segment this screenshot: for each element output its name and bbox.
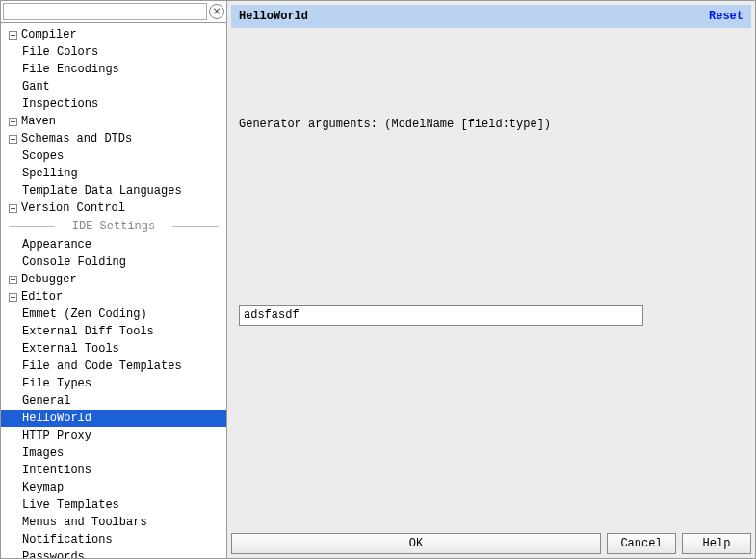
expand-icon[interactable]	[9, 135, 17, 144]
section-header: IDE Settings	[1, 217, 226, 236]
tree-item[interactable]: File Colors	[1, 43, 226, 61]
tree-item[interactable]: General	[1, 392, 226, 410]
tree-item-label: Live Templates	[22, 498, 119, 512]
tree-item-label: File Encodings	[22, 63, 119, 76]
tree-item-label: Version Control	[21, 201, 125, 215]
tree-item[interactable]: Notifications	[1, 531, 226, 548]
tree-item-label: Template Data Languages	[22, 184, 182, 198]
tree-item-label: Editor	[21, 290, 63, 304]
tree-item-label: HTTP Proxy	[22, 429, 91, 442]
clear-search-icon[interactable]	[209, 4, 224, 19]
tree-item-label: Maven	[21, 115, 56, 128]
tree-item[interactable]: Passwords	[1, 548, 226, 558]
search-row	[1, 1, 226, 23]
tree-item-label: File and Code Templates	[22, 359, 182, 373]
tree-item[interactable]: Version Control	[1, 200, 226, 217]
tree-item-label: External Diff Tools	[22, 325, 154, 338]
generator-args-input[interactable]	[239, 305, 643, 326]
tree-item-label: Notifications	[22, 533, 113, 546]
tree-item[interactable]: Live Templates	[1, 496, 226, 514]
tree-item[interactable]: Intentions	[1, 462, 226, 479]
tree-item[interactable]: File and Code Templates	[1, 358, 226, 375]
content-area: Generator arguments: (ModelName [field:t…	[231, 28, 751, 529]
tree-item[interactable]: Scopes	[1, 147, 226, 165]
tree-item-label: Gant	[22, 80, 50, 93]
dialog-buttons: OK Cancel Help	[231, 529, 751, 554]
tree-item[interactable]: Editor	[1, 288, 226, 306]
tree-item-label: Compiler	[21, 28, 77, 41]
tree-item[interactable]: HelloWorld	[1, 410, 226, 427]
tree-item[interactable]: Compiler	[1, 26, 226, 43]
tree-item-label: File Types	[22, 377, 91, 390]
tree-item[interactable]: Keymap	[1, 479, 226, 496]
generator-args-label: Generator arguments: (ModelName [field:t…	[239, 118, 743, 131]
tree-item-label: External Tools	[22, 342, 119, 356]
tree-item-label: Passwords	[22, 550, 85, 558]
settings-detail-panel: HelloWorld Reset Generator arguments: (M…	[227, 1, 755, 558]
tree-item[interactable]: Template Data Languages	[1, 182, 226, 200]
tree-item[interactable]: Menus and Toolbars	[1, 514, 226, 531]
search-input[interactable]	[3, 3, 207, 20]
tree-item[interactable]: Gant	[1, 78, 226, 95]
tree-item[interactable]: HTTP Proxy	[1, 427, 226, 444]
settings-tree[interactable]: CompilerFile ColorsFile EncodingsGantIns…	[1, 23, 226, 558]
panel-title: HelloWorld	[239, 10, 308, 23]
tree-item[interactable]: Schemas and DTDs	[1, 130, 226, 147]
tree-item-label: Menus and Toolbars	[22, 516, 147, 529]
tree-item[interactable]: Console Folding	[1, 253, 226, 271]
tree-item[interactable]: Images	[1, 444, 226, 462]
tree-item-label: Debugger	[21, 273, 77, 286]
tree-item[interactable]: Spelling	[1, 165, 226, 182]
tree-item-label: Inspections	[22, 97, 98, 111]
tree-item[interactable]: File Types	[1, 375, 226, 392]
ok-button[interactable]: OK	[231, 533, 601, 554]
tree-item-label: Intentions	[22, 464, 91, 477]
expand-icon[interactable]	[9, 204, 17, 213]
tree-item-label: Schemas and DTDs	[21, 132, 132, 146]
tree-item[interactable]: Maven	[1, 113, 226, 130]
panel-header: HelloWorld Reset	[231, 5, 751, 28]
tree-item-label: Images	[22, 446, 64, 460]
tree-item-label: Spelling	[22, 167, 78, 180]
expand-icon[interactable]	[9, 118, 17, 126]
tree-item-label: Emmet (Zen Coding)	[22, 307, 147, 321]
tree-item-label: Keymap	[22, 481, 64, 494]
tree-item[interactable]: Emmet (Zen Coding)	[1, 306, 226, 323]
expand-icon[interactable]	[9, 31, 17, 40]
tree-item-label: HelloWorld	[22, 412, 91, 425]
tree-item-label: Appearance	[22, 238, 91, 252]
tree-item[interactable]: Inspections	[1, 95, 226, 113]
expand-icon[interactable]	[9, 276, 17, 284]
tree-item[interactable]: File Encodings	[1, 61, 226, 78]
tree-item[interactable]: External Tools	[1, 340, 226, 358]
help-button[interactable]: Help	[682, 533, 751, 554]
tree-item-label: Console Folding	[22, 255, 126, 269]
tree-item[interactable]: Appearance	[1, 236, 226, 253]
expand-icon[interactable]	[9, 293, 17, 302]
reset-link[interactable]: Reset	[709, 10, 743, 23]
settings-sidebar: CompilerFile ColorsFile EncodingsGantIns…	[1, 1, 227, 558]
tree-item[interactable]: Debugger	[1, 271, 226, 288]
tree-item-label: General	[22, 394, 70, 408]
cancel-button[interactable]: Cancel	[607, 533, 676, 554]
tree-item-label: Scopes	[22, 149, 64, 163]
tree-item-label: File Colors	[22, 45, 98, 59]
tree-item[interactable]: External Diff Tools	[1, 323, 226, 340]
